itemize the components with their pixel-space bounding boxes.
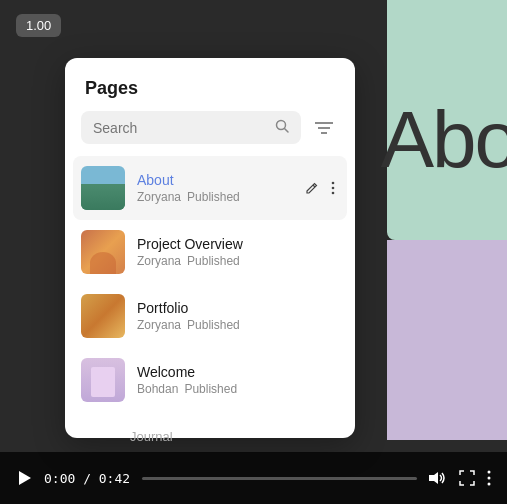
play-icon	[16, 470, 32, 486]
svg-point-7	[332, 187, 335, 190]
video-controls-bar: 0:00 / 0:42	[0, 452, 507, 504]
filter-button[interactable]	[309, 115, 339, 141]
page-author: Zoryana	[137, 190, 181, 204]
svg-line-1	[285, 129, 289, 133]
page-item-portfolio[interactable]: Portfolio Zoryana Published	[73, 284, 347, 348]
edit-page-button[interactable]	[301, 177, 323, 199]
page-info: About Zoryana Published	[137, 172, 301, 204]
svg-point-6	[332, 182, 335, 185]
time-display: 0:00 / 0:42	[44, 471, 130, 486]
page-info: Welcome Bohdan Published	[137, 364, 339, 396]
page-thumbnail	[81, 166, 125, 210]
page-actions	[301, 177, 339, 199]
page-status: Published	[187, 254, 240, 268]
canvas-preview-text: Abo	[381, 100, 507, 180]
page-info: Portfolio Zoryana Published	[137, 300, 339, 332]
page-status: Published	[187, 190, 240, 204]
svg-point-12	[488, 477, 491, 480]
page-author: Zoryana	[137, 318, 181, 332]
page-thumbnail	[81, 230, 125, 274]
search-icon	[275, 119, 289, 136]
search-input[interactable]	[93, 120, 269, 136]
panel-title: Pages	[65, 58, 355, 111]
page-meta: Bohdan Published	[137, 382, 339, 396]
volume-icon	[429, 471, 447, 485]
dots-icon	[331, 181, 335, 195]
page-info: Project Overview Zoryana Published	[137, 236, 339, 268]
svg-point-11	[488, 471, 491, 474]
page-item-about[interactable]: About Zoryana Published	[73, 156, 347, 220]
page-meta: Zoryana Published	[137, 254, 339, 268]
volume-button[interactable]	[429, 471, 447, 485]
page-thumbnail	[81, 294, 125, 338]
progress-bar[interactable]	[142, 477, 417, 480]
filter-icon	[315, 121, 333, 135]
page-status: Published	[187, 318, 240, 332]
page-author: Bohdan	[137, 382, 178, 396]
page-meta: Zoryana Published	[137, 190, 301, 204]
svg-point-8	[332, 192, 335, 195]
more-options-icon	[487, 470, 491, 486]
more-page-button[interactable]	[327, 177, 339, 199]
search-row	[65, 111, 355, 156]
play-button[interactable]	[16, 470, 32, 486]
page-name: About	[137, 172, 301, 188]
svg-point-13	[488, 483, 491, 486]
page-status: Published	[184, 382, 237, 396]
page-name: Portfolio	[137, 300, 339, 316]
pencil-icon	[305, 181, 319, 195]
canvas-purple-area	[387, 240, 507, 440]
page-item-welcome[interactable]: Welcome Bohdan Published	[73, 348, 347, 412]
page-thumbnail	[81, 358, 125, 402]
search-box[interactable]	[81, 111, 301, 144]
page-name: Project Overview	[137, 236, 339, 252]
version-badge: 1.00	[16, 14, 61, 37]
journal-label: Journal	[130, 429, 173, 444]
svg-marker-9	[19, 471, 31, 485]
page-meta: Zoryana Published	[137, 318, 339, 332]
svg-marker-10	[429, 472, 438, 484]
fullscreen-icon	[459, 470, 475, 486]
pages-panel: Pages About Zoryana Publi	[65, 58, 355, 438]
page-author: Zoryana	[137, 254, 181, 268]
pages-list: About Zoryana Published	[65, 156, 355, 412]
fullscreen-button[interactable]	[459, 470, 475, 486]
more-options-button[interactable]	[487, 470, 491, 486]
page-name: Welcome	[137, 364, 339, 380]
page-item-project-overview[interactable]: Project Overview Zoryana Published	[73, 220, 347, 284]
svg-line-5	[313, 185, 315, 187]
